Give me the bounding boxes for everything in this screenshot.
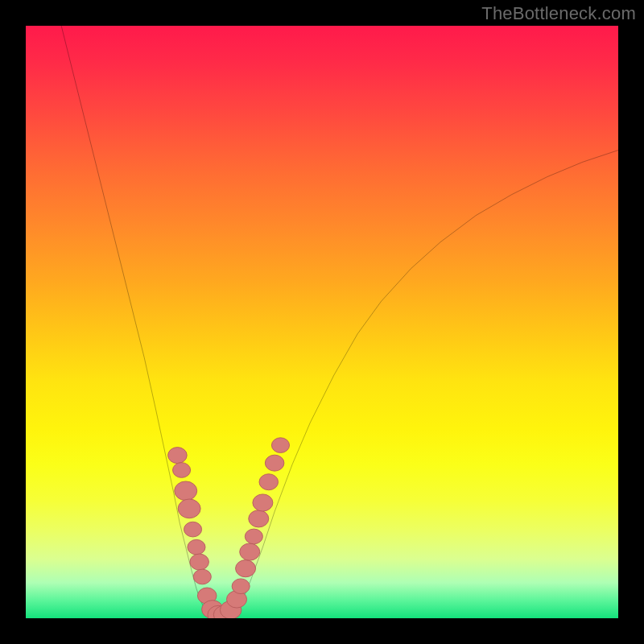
watermark-text: TheBottleneck.com bbox=[481, 3, 636, 24]
plot-area bbox=[26, 26, 618, 618]
chart-stage: TheBottleneck.com bbox=[0, 0, 644, 644]
gradient-background bbox=[26, 26, 618, 618]
